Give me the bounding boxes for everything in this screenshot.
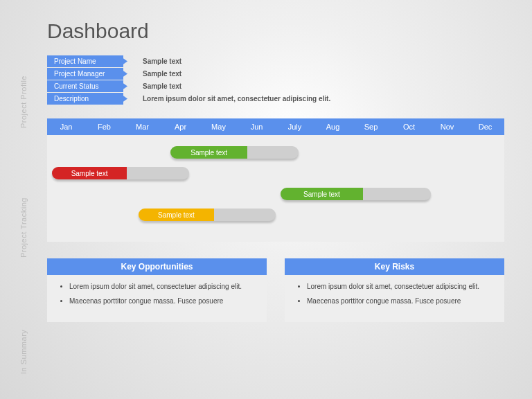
profile-row: Description Lorem ipsum dolor sit amet, … — [47, 93, 504, 105]
gantt-bar-fill: Sample text — [52, 167, 127, 179]
profile-value: Sample text — [143, 57, 181, 65]
month-label: Oct — [390, 118, 428, 135]
month-label: Jun — [238, 118, 276, 135]
list-item: Maecenas porttitor congue massa. Fusce p… — [307, 296, 493, 305]
section-label-summary: In Summary — [19, 330, 28, 374]
list-item: Maecenas porttitor congue massa. Fusce p… — [69, 296, 256, 305]
card-title: Key Opportunities — [47, 258, 267, 275]
profile-row: Current Status Sample text — [47, 80, 504, 92]
card-body: Lorem ipsum dolor sit amet, consectetuer… — [47, 275, 267, 322]
profile-value: Lorem ipsum dolor sit amet, consectetuer… — [143, 95, 330, 103]
gantt-canvas: Sample text Sample text Sample text Samp… — [47, 142, 504, 232]
card-body: Lorem ipsum dolor sit amet, consectetuer… — [285, 275, 504, 322]
gantt-bar: Sample text — [52, 167, 189, 179]
month-label: Nov — [428, 118, 466, 135]
month-label: Mar — [123, 118, 161, 135]
card-risks: Key Risks Lorem ipsum dolor sit amet, co… — [285, 258, 504, 322]
gantt-bar: Sample text — [281, 188, 432, 200]
list-item: Lorem ipsum dolor sit amet, consectetuer… — [307, 282, 493, 291]
project-profile: Project Name Sample text Project Manager… — [47, 55, 504, 105]
month-label: Sep — [352, 118, 390, 135]
month-label: Aug — [314, 118, 352, 135]
profile-label: Project Manager — [47, 68, 123, 80]
month-label: May — [200, 118, 238, 135]
summary-row: Key Opportunities Lorem ipsum dolor sit … — [47, 258, 504, 322]
card-opportunities: Key Opportunities Lorem ipsum dolor sit … — [47, 258, 267, 322]
list-item: Lorem ipsum dolor sit amet, consectetuer… — [69, 282, 256, 291]
profile-value: Sample text — [143, 70, 181, 78]
month-label: Jan — [47, 118, 85, 135]
profile-label: Description — [47, 93, 123, 105]
gantt-bar-fill: Sample text — [281, 188, 364, 200]
section-label-tracking: Project Tracking — [19, 197, 28, 258]
month-label: Dec — [466, 118, 504, 135]
gantt-bar: Sample text — [170, 146, 299, 159]
month-label: July — [276, 118, 314, 135]
month-label: Feb — [85, 118, 123, 135]
profile-row: Project Name Sample text — [47, 55, 504, 67]
month-label: Apr — [161, 118, 200, 135]
profile-value: Sample text — [143, 82, 181, 90]
page-title: Dashboard — [47, 19, 504, 43]
gantt-months: Jan Feb Mar Apr May Jun July Aug Sep Oct… — [47, 118, 504, 135]
gantt-bar: Sample text — [139, 209, 276, 221]
card-title: Key Risks — [285, 258, 504, 275]
profile-row: Project Manager Sample text — [47, 68, 504, 80]
profile-label: Project Name — [47, 55, 123, 67]
profile-label: Current Status — [47, 80, 123, 92]
gantt-bar-fill: Sample text — [170, 146, 247, 159]
gantt-chart: Jan Feb Mar Apr May Jun July Aug Sep Oct… — [47, 118, 504, 242]
section-label-profile: Project Profile — [19, 76, 28, 128]
gantt-bar-fill: Sample text — [139, 209, 214, 221]
